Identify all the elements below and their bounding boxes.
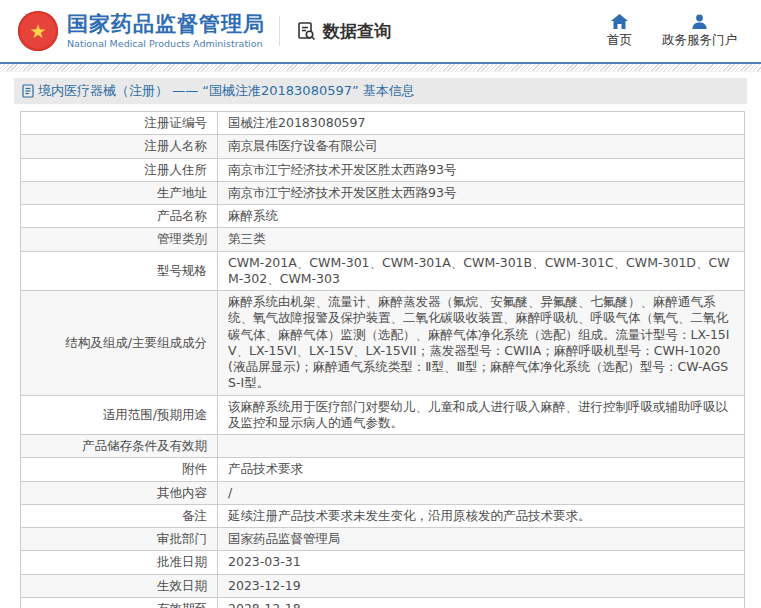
table-row: 结构及组成/主要组成成分麻醉系统由机架、流量计、麻醉蒸发器（氟烷、安氟醚、异氟醚…	[21, 291, 745, 396]
table-row: 生效日期2023-12-19	[21, 574, 745, 597]
table-row: 管理类别第三类	[21, 228, 745, 251]
row-label: 适用范围/预期用途	[21, 395, 218, 435]
brand-text: 国家药品监督管理局 National Medical Products Admi…	[67, 13, 265, 49]
row-value: 该麻醉系统用于医疗部门对婴幼儿、儿童和成人进行吸入麻醉、进行控制呼吸或辅助呼吸以…	[218, 395, 745, 435]
doc-search-icon	[296, 21, 317, 42]
table-row: 产品储存条件及有效期	[21, 435, 745, 458]
row-label: 有效期至	[21, 597, 218, 608]
row-value: /	[218, 481, 745, 504]
nav-portal[interactable]: 政务服务门户	[662, 14, 737, 49]
header-divider	[279, 16, 280, 46]
row-label: 型号规格	[21, 251, 218, 291]
data-query-link[interactable]: 数据查询	[296, 20, 391, 43]
nav-portal-label: 政务服务门户	[662, 32, 737, 49]
row-label: 审批部门	[21, 528, 218, 551]
row-label: 管理类别	[21, 228, 218, 251]
row-label: 注册证编号	[21, 112, 218, 135]
row-label: 批准日期	[21, 551, 218, 574]
table-row: 适用范围/预期用途该麻醉系统用于医疗部门对婴幼儿、儿童和成人进行吸入麻醉、进行控…	[21, 395, 745, 435]
row-value: CWM-201A、CWM-301、CWM-301A、CWM-301B、CWM-3…	[218, 251, 745, 291]
breadcrumb: 境内医疗器械（注册） —— “国械注准20183080597” 基本信息	[14, 78, 747, 104]
row-label: 产品储存条件及有效期	[21, 435, 218, 458]
home-icon	[611, 14, 628, 29]
table-row: 注册人名称南京晨伟医疗设备有限公司	[21, 135, 745, 158]
row-value: 国械注准20183080597	[218, 112, 745, 135]
table-row: 批准日期2023-03-31	[21, 551, 745, 574]
row-value: 延续注册产品技术要求未发生变化，沿用原核发的产品技术要求。	[218, 504, 745, 527]
row-value: 麻醉系统	[218, 205, 745, 228]
row-value	[218, 435, 745, 458]
star-glyph: ★	[29, 22, 46, 41]
document-icon	[22, 84, 34, 98]
row-label: 注册人住所	[21, 158, 218, 181]
table-row: 有效期至2028-12-18	[21, 597, 745, 608]
nav-home-label: 首页	[607, 32, 632, 49]
row-value: 麻醉系统由机架、流量计、麻醉蒸发器（氟烷、安氟醚、异氟醚、七氟醚）、麻醉通气系统…	[218, 291, 745, 396]
brand-title-cn: 国家药品监督管理局	[67, 13, 265, 36]
table-row: 附件产品技术要求	[21, 458, 745, 481]
nav-home[interactable]: 首页	[607, 14, 632, 49]
nmpa-logo[interactable]: ★ 国家药品监督管理局 National Medical Products Ad…	[18, 11, 265, 51]
data-query-label: 数据查询	[323, 20, 391, 43]
brand-title-en: National Medical Products Administration	[67, 38, 265, 49]
breadcrumb-text: 境内医疗器械（注册） —— “国械注准20183080597” 基本信息	[38, 82, 415, 100]
table-row: 注册证编号国械注准20183080597	[21, 112, 745, 135]
row-value: 2023-03-31	[218, 551, 745, 574]
row-label: 生产地址	[21, 181, 218, 204]
row-value: 国家药品监督管理局	[218, 528, 745, 551]
national-emblem-icon: ★	[18, 11, 58, 51]
table-row: 备注延续注册产品技术要求未发生变化，沿用原核发的产品技术要求。	[21, 504, 745, 527]
header-shadow-band	[0, 64, 761, 72]
table-row: 其他内容/	[21, 481, 745, 504]
table-row: 产品名称麻醉系统	[21, 205, 745, 228]
row-label: 结构及组成/主要组成成分	[21, 291, 218, 396]
page-header: ★ 国家药品监督管理局 National Medical Products Ad…	[0, 0, 761, 64]
row-value: 南京市江宁经济技术开发区胜太西路93号	[218, 181, 745, 204]
row-value: 2028-12-18	[218, 597, 745, 608]
row-value: 产品技术要求	[218, 458, 745, 481]
table-row: 型号规格CWM-201A、CWM-301、CWM-301A、CWM-301B、C…	[21, 251, 745, 291]
row-label: 产品名称	[21, 205, 218, 228]
row-value: 南京市江宁经济技术开发区胜太西路93号	[218, 158, 745, 181]
row-label: 生效日期	[21, 574, 218, 597]
row-value: 2023-12-19	[218, 574, 745, 597]
row-label: 附件	[21, 458, 218, 481]
table-row: 生产地址南京市江宁经济技术开发区胜太西路93号	[21, 181, 745, 204]
table-row: 注册人住所南京市江宁经济技术开发区胜太西路93号	[21, 158, 745, 181]
row-value: 第三类	[218, 228, 745, 251]
user-icon	[692, 14, 707, 29]
row-label: 备注	[21, 504, 218, 527]
row-label: 注册人名称	[21, 135, 218, 158]
table-row: 审批部门国家药品监督管理局	[21, 528, 745, 551]
registration-info-table: 注册证编号国械注准20183080597注册人名称南京晨伟医疗设备有限公司注册人…	[20, 111, 745, 608]
header-nav: 首页 政务服务门户	[607, 14, 747, 49]
row-value: 南京晨伟医疗设备有限公司	[218, 135, 745, 158]
row-label: 其他内容	[21, 481, 218, 504]
